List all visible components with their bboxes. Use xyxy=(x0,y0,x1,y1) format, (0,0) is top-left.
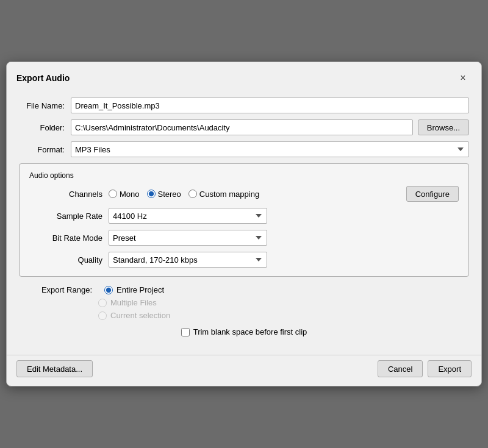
edit-metadata-button[interactable]: Edit Metadata... xyxy=(16,360,93,377)
file-name-label: File Name: xyxy=(19,101,65,110)
close-button[interactable]: × xyxy=(454,69,472,87)
stereo-radio[interactable] xyxy=(147,190,156,198)
file-name-row: File Name: xyxy=(19,98,469,113)
sample-rate-select[interactable]: 8000 Hz 11025 Hz 16000 Hz 22050 Hz 44100… xyxy=(109,208,267,224)
entire-project-option[interactable]: Entire Project xyxy=(104,285,164,294)
footer-right: Cancel Export xyxy=(378,360,472,377)
entire-project-label: Entire Project xyxy=(117,285,164,294)
bit-rate-mode-row: Bit Rate Mode Preset Variable Average Co… xyxy=(29,230,459,246)
export-button[interactable]: Export xyxy=(428,360,472,377)
current-selection-option[interactable]: Current selection xyxy=(98,311,469,320)
folder-row: Folder: Browse... xyxy=(19,119,469,135)
trim-checkbox-row: Trim blank space before first clip xyxy=(19,327,469,336)
entire-project-radio[interactable] xyxy=(104,286,113,294)
configure-button[interactable]: Configure xyxy=(406,186,459,202)
sample-rate-row: Sample Rate 8000 Hz 11025 Hz 16000 Hz 22… xyxy=(29,208,459,224)
export-audio-dialog: Export Audio × File Name: Folder: Browse… xyxy=(6,62,482,386)
channels-label: Channels xyxy=(29,190,102,199)
trim-label[interactable]: Trim blank space before first clip xyxy=(193,327,307,336)
format-select[interactable]: MP3 Files WAV FLAC OGG AIFF xyxy=(71,141,469,157)
mono-radio[interactable] xyxy=(109,190,117,198)
export-range-row: Export Range: Entire Project xyxy=(19,285,469,294)
cancel-button[interactable]: Cancel xyxy=(378,360,423,377)
export-range-options: Multiple Files Current selection xyxy=(98,298,469,320)
audio-options-legend: Audio options xyxy=(29,171,459,180)
dialog-footer: Edit Metadata... Cancel Export xyxy=(7,355,481,386)
format-label: Format: xyxy=(19,145,65,154)
mono-label: Mono xyxy=(120,190,140,199)
current-selection-label: Current selection xyxy=(110,311,170,320)
multiple-files-option[interactable]: Multiple Files xyxy=(98,298,469,307)
custom-mapping-label: Custom mapping xyxy=(199,190,259,199)
multiple-files-label: Multiple Files xyxy=(110,298,157,307)
custom-mapping-option[interactable]: Custom mapping xyxy=(188,190,259,199)
folder-label: Folder: xyxy=(19,123,65,132)
title-bar: Export Audio × xyxy=(7,62,481,91)
quality-select[interactable]: Standard, 170-210 kbps Medium, 145-185 k… xyxy=(109,252,267,268)
dialog-body: File Name: Folder: Browse... Format: MP3… xyxy=(7,91,481,355)
bit-rate-mode-select[interactable]: Preset Variable Average Constant xyxy=(109,230,267,246)
footer-left: Edit Metadata... xyxy=(16,360,93,377)
trim-checkbox[interactable] xyxy=(181,328,190,336)
multiple-files-radio[interactable] xyxy=(98,299,107,307)
format-row: Format: MP3 Files WAV FLAC OGG AIFF xyxy=(19,141,469,157)
sample-rate-label: Sample Rate xyxy=(29,212,102,221)
current-selection-radio[interactable] xyxy=(98,311,107,320)
channels-row: Channels Mono Stereo Custom mapping Conf xyxy=(29,186,459,202)
file-name-input[interactable] xyxy=(71,98,469,113)
browse-button[interactable]: Browse... xyxy=(418,119,469,135)
audio-options-group: Audio options Channels Mono Stereo Cus xyxy=(19,163,469,277)
quality-label: Quality xyxy=(29,255,102,265)
export-range-label: Export Range: xyxy=(19,285,92,294)
folder-input[interactable] xyxy=(71,119,413,135)
stereo-option[interactable]: Stereo xyxy=(147,190,181,199)
custom-mapping-radio[interactable] xyxy=(188,190,197,198)
channels-radio-group: Mono Stereo Custom mapping Configure xyxy=(109,186,459,202)
export-range-section: Export Range: Entire Project Multiple Fi… xyxy=(19,285,469,320)
mono-option[interactable]: Mono xyxy=(109,190,140,199)
quality-row: Quality Standard, 170-210 kbps Medium, 1… xyxy=(29,252,459,268)
dialog-title: Export Audio xyxy=(16,73,70,83)
bit-rate-mode-label: Bit Rate Mode xyxy=(29,233,102,243)
stereo-label: Stereo xyxy=(158,190,181,199)
